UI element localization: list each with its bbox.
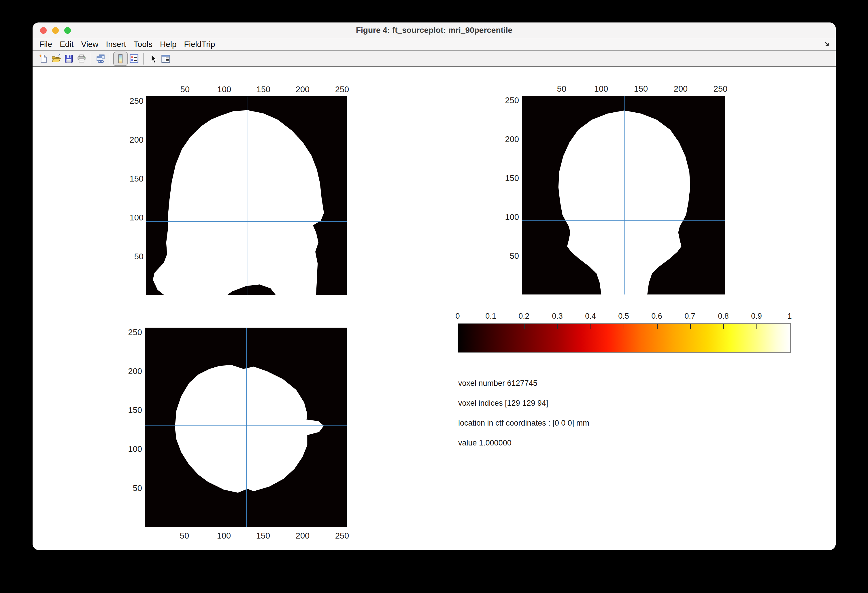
sagittal-ytick: 100 xyxy=(109,213,143,222)
toolbar-separator xyxy=(91,53,92,65)
colorbar-label: 0.8 xyxy=(718,311,729,321)
axial-ytick: 200 xyxy=(108,367,142,376)
colorbar-tickmark xyxy=(624,324,624,329)
axial-xtick: 150 xyxy=(256,531,270,540)
axial-plot[interactable] xyxy=(145,327,347,527)
axial-slice-image[interactable] xyxy=(145,327,347,527)
voxel-value-text: value 1.000000 xyxy=(458,438,512,447)
menu-help[interactable]: Help xyxy=(156,40,180,49)
sagittal-ytick: 50 xyxy=(109,252,143,261)
link-plots-button[interactable] xyxy=(94,52,107,65)
colorbar-tickmark xyxy=(723,324,724,329)
legend-icon xyxy=(129,54,139,64)
colorbar-tickmark xyxy=(557,324,558,329)
axial-xtick: 250 xyxy=(335,531,349,540)
print-figure-button[interactable] xyxy=(75,52,88,65)
colorbar-tickmark xyxy=(590,324,591,329)
sagittal-xtick: 100 xyxy=(217,85,231,94)
voxel-location-text: location in ctf coordinates : [0 0 0] mm xyxy=(458,419,589,427)
colorbar-icon xyxy=(115,54,125,64)
axial-ytick: 50 xyxy=(108,484,142,493)
pointer-cursor-icon xyxy=(148,54,158,64)
sagittal-xtick: 200 xyxy=(296,85,310,94)
save-figure-button[interactable] xyxy=(62,52,75,65)
figure-canvas: 50 100 150 200 250 250 200 150 100 50 50… xyxy=(32,67,836,550)
sagittal-xtick: 250 xyxy=(335,85,349,94)
sagittal-xtick: 50 xyxy=(180,85,190,94)
sagittal-xtick: 150 xyxy=(257,85,270,94)
coronal-ytick: 50 xyxy=(484,251,519,261)
colorbar-label: 0.1 xyxy=(485,311,496,321)
sagittal-ytick: 150 xyxy=(109,174,143,183)
axial-xtick: 200 xyxy=(296,531,310,540)
axial-xtick: 100 xyxy=(217,531,231,540)
coronal-xtick: 250 xyxy=(713,84,727,93)
colorbar-label: 0.5 xyxy=(618,311,629,321)
floppy-save-icon xyxy=(64,54,74,64)
colorbar-tickmark xyxy=(524,324,525,329)
figure-toolbar xyxy=(32,51,836,67)
toolbar-separator xyxy=(143,53,144,65)
coronal-xtick: 50 xyxy=(557,84,566,93)
figure-window: Figure 4: ft_sourceplot: mri_90percentil… xyxy=(32,22,836,550)
open-folder-icon xyxy=(51,54,61,64)
axial-ytick: 100 xyxy=(108,444,142,454)
toolbar-separator xyxy=(110,53,111,65)
colorbar-label: 0.9 xyxy=(751,311,762,321)
menu-edit[interactable]: Edit xyxy=(56,40,77,49)
link-plots-icon xyxy=(96,54,105,64)
colorbar-label: 0.7 xyxy=(685,311,695,321)
colorbar-label: 1 xyxy=(787,311,792,321)
colorbar-label: 0.6 xyxy=(651,311,662,321)
plot-browser-icon xyxy=(161,54,171,64)
menu-file[interactable]: File xyxy=(35,40,56,49)
plot-browser-button[interactable] xyxy=(159,52,172,65)
colorbar-label: 0.3 xyxy=(552,311,563,321)
edit-plot-button[interactable] xyxy=(147,52,159,65)
axial-xtick: 50 xyxy=(180,531,189,540)
menubar: File Edit View Insert Tools Help FieldTr… xyxy=(32,38,836,51)
insert-colorbar-button[interactable] xyxy=(113,52,128,66)
menu-view[interactable]: View xyxy=(77,40,102,49)
colorbar-tickmark xyxy=(491,324,492,329)
axial-ytick: 250 xyxy=(108,327,142,337)
menu-tools[interactable]: Tools xyxy=(130,40,156,49)
sagittal-plot[interactable] xyxy=(146,96,347,295)
coronal-xtick: 150 xyxy=(634,84,648,93)
axial-ytick: 150 xyxy=(108,406,142,415)
colorbar-label: 0.2 xyxy=(518,311,529,321)
voxel-number-text: voxel number 6127745 xyxy=(458,379,537,388)
printer-icon xyxy=(77,54,86,64)
colorbar-tickmark xyxy=(657,324,658,329)
colorbar xyxy=(458,323,791,353)
desktop-background: Figure 4: ft_sourceplot: mri_90percentil… xyxy=(0,0,868,593)
sagittal-ytick: 200 xyxy=(109,135,143,145)
coronal-slice-image[interactable] xyxy=(522,96,725,295)
insert-legend-button[interactable] xyxy=(128,52,140,65)
coronal-ytick: 250 xyxy=(484,96,519,105)
sagittal-ytick: 250 xyxy=(109,96,143,105)
menu-insert[interactable]: Insert xyxy=(102,40,130,49)
colorbar-label: 0 xyxy=(455,311,460,321)
open-file-button[interactable] xyxy=(50,52,62,65)
sagittal-slice-image[interactable] xyxy=(146,96,347,295)
colorbar-tickmark xyxy=(690,324,691,329)
coronal-ytick: 100 xyxy=(484,212,519,221)
dock-figure-icon[interactable] xyxy=(823,40,831,47)
coronal-plot[interactable] xyxy=(522,96,725,295)
colorbar-label: 0.4 xyxy=(585,311,596,321)
menu-fieldtrip[interactable]: FieldTrip xyxy=(180,40,219,49)
colorbar-tickmark xyxy=(756,324,757,329)
coronal-xtick: 200 xyxy=(674,84,688,93)
coronal-xtick: 100 xyxy=(594,84,608,93)
coronal-ytick: 150 xyxy=(484,174,519,183)
window-title: Figure 4: ft_sourceplot: mri_90percentil… xyxy=(32,22,836,38)
titlebar: Figure 4: ft_sourceplot: mri_90percentil… xyxy=(32,22,836,38)
new-figure-button[interactable] xyxy=(37,52,50,65)
coronal-ytick: 200 xyxy=(484,134,519,144)
voxel-indices-text: voxel indices [129 129 94] xyxy=(458,399,548,407)
new-document-icon xyxy=(38,54,49,64)
